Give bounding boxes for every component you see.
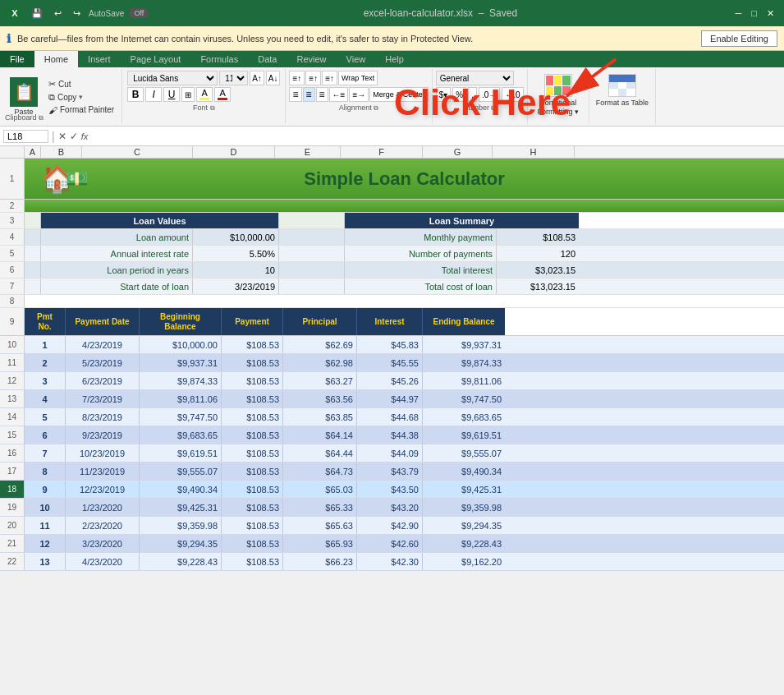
cell-22-payment[interactable]: $108.53 — [222, 553, 283, 570]
cell-14-payment[interactable]: $108.53 — [222, 408, 283, 426]
tab-view[interactable]: View — [337, 51, 376, 67]
underline-button[interactable]: U — [163, 87, 180, 102]
cell-12-principal[interactable]: $63.27 — [283, 372, 357, 389]
cell-21-pmtno[interactable]: 12 — [25, 535, 66, 552]
fill-color-button[interactable]: A — [196, 87, 213, 102]
percent-button[interactable]: % — [452, 87, 466, 102]
col-header-B[interactable]: B — [41, 146, 82, 158]
cancel-formula-icon[interactable]: ✕ — [58, 131, 66, 142]
align-top-right-button[interactable]: ≡↑ — [322, 71, 337, 85]
cell-14-date[interactable]: 8/23/2019 — [66, 408, 140, 426]
cell-21-payment[interactable]: $108.53 — [222, 535, 283, 552]
cell-20-endbal[interactable]: $9,294.35 — [423, 517, 505, 534]
decrease-font-button[interactable]: A↓ — [266, 71, 281, 85]
cell-20-payment[interactable]: $108.53 — [222, 517, 283, 534]
cell-11-beginbal[interactable]: $9,937.31 — [140, 354, 222, 371]
paste-button[interactable]: 📋 Paste — [5, 76, 43, 117]
cell-17-beginbal[interactable]: $9,555.07 — [140, 463, 222, 480]
cell-21-principal[interactable]: $65.93 — [283, 535, 357, 552]
cell-18-date[interactable]: 12/23/2019 — [66, 481, 140, 498]
font-color-button[interactable]: A — [214, 87, 231, 102]
cell-21-date[interactable]: 3/23/2020 — [66, 535, 140, 552]
cell-22-beginbal[interactable]: $9,228.43 — [140, 553, 222, 570]
cell-11-payment[interactable]: $108.53 — [222, 354, 283, 371]
cell-13-payment[interactable]: $108.53 — [222, 390, 283, 407]
cell-19-payment[interactable]: $108.53 — [222, 499, 283, 516]
cell-15-interest[interactable]: $44.38 — [357, 426, 423, 444]
cell-10-beginbal[interactable]: $10,000.00 — [140, 336, 222, 353]
font-size-select[interactable]: 11 — [219, 71, 248, 85]
cell-13-endbal[interactable]: $9,747.50 — [423, 390, 505, 407]
cell-14-principal[interactable]: $63.85 — [283, 408, 357, 426]
number-format-select[interactable]: General Text Number Currency — [436, 71, 514, 85]
cell-17-pmtno[interactable]: 8 — [25, 463, 66, 480]
merge-center-button[interactable]: Merge & Center — [369, 87, 429, 102]
cell-12-interest[interactable]: $45.26 — [357, 372, 423, 389]
cell-17-endbal[interactable]: $9,490.34 — [423, 463, 505, 480]
align-top-center-button[interactable]: ≡↑ — [305, 71, 321, 85]
undo-qat-button[interactable]: ↩ — [51, 7, 65, 21]
cell-16-endbal[interactable]: $9,555.07 — [423, 444, 505, 462]
conditional-formatting-button[interactable] — [544, 74, 572, 97]
cell-18-pmtno[interactable]: 9 — [25, 481, 66, 498]
cell-14-endbal[interactable]: $9,683.65 — [423, 408, 505, 426]
formula-input[interactable] — [91, 131, 781, 141]
align-top-left-button[interactable]: ≡↑ — [289, 71, 305, 85]
col-header-E[interactable]: E — [275, 146, 341, 158]
cell-19-beginbal[interactable]: $9,425.31 — [140, 499, 222, 516]
cell-10-principal[interactable]: $62.69 — [283, 336, 357, 353]
cell-22-date[interactable]: 4/23/2020 — [66, 553, 140, 570]
cell-13-date[interactable]: 7/23/2019 — [66, 390, 140, 407]
cell-21-interest[interactable]: $42.60 — [357, 535, 423, 552]
cell-10-payment[interactable]: $108.53 — [222, 336, 283, 353]
cell-17-interest[interactable]: $43.79 — [357, 463, 423, 480]
cell-12-endbal[interactable]: $9,811.06 — [423, 372, 505, 389]
tab-data[interactable]: Data — [248, 51, 287, 67]
tab-home[interactable]: Home — [34, 51, 78, 67]
tab-insert[interactable]: Insert — [78, 51, 121, 67]
cell-11-pmtno[interactable]: 2 — [25, 354, 66, 371]
confirm-formula-icon[interactable]: ✓ — [70, 131, 78, 142]
col-header-C[interactable]: C — [82, 146, 193, 158]
cell-20-interest[interactable]: $42.90 — [357, 517, 423, 534]
cell-17-principal[interactable]: $64.73 — [283, 463, 357, 480]
cell-15-date[interactable]: 9/23/2019 — [66, 426, 140, 444]
cell-22-pmtno[interactable]: 13 — [25, 553, 66, 570]
cell-15-principal[interactable]: $64.14 — [283, 426, 357, 444]
cell-16-beginbal[interactable]: $9,619.51 — [140, 444, 222, 462]
cell-13-pmtno[interactable]: 4 — [25, 390, 66, 407]
cell-14-pmtno[interactable]: 5 — [25, 408, 66, 426]
cell-19-interest[interactable]: $43.20 — [357, 499, 423, 516]
cell-15-beginbal[interactable]: $9,683.65 — [140, 426, 222, 444]
cell-11-endbal[interactable]: $9,874.33 — [423, 354, 505, 371]
cell-21-beginbal[interactable]: $9,294.35 — [140, 535, 222, 552]
save-qat-button[interactable]: 💾 — [28, 7, 46, 21]
cell-18-endbal[interactable]: $9,425.31 — [423, 481, 505, 498]
copy-button[interactable]: ⧉ Copy ▾ — [46, 91, 117, 104]
cell-10-date[interactable]: 4/23/2019 — [66, 336, 140, 353]
cell-12-payment[interactable]: $108.53 — [222, 372, 283, 389]
minimize-button[interactable]: ─ — [732, 7, 745, 21]
cell-15-endbal[interactable]: $9,619.51 — [423, 426, 505, 444]
cell-15-pmtno[interactable]: 6 — [25, 426, 66, 444]
tab-help[interactable]: Help — [375, 51, 414, 67]
cell-14-interest[interactable]: $44.68 — [357, 408, 423, 426]
align-center-button[interactable]: ≡ — [303, 87, 315, 102]
cell-14-beginbal[interactable]: $9,747.50 — [140, 408, 222, 426]
cell-19-endbal[interactable]: $9,359.98 — [423, 499, 505, 516]
bold-button[interactable]: B — [127, 87, 144, 102]
cell-16-payment[interactable]: $108.53 — [222, 444, 283, 462]
comma-button[interactable]: , — [468, 87, 477, 102]
italic-button[interactable]: I — [145, 87, 162, 102]
cell-20-beginbal[interactable]: $9,359.98 — [140, 517, 222, 534]
cell-11-principal[interactable]: $62.98 — [283, 354, 357, 371]
cell-16-pmtno[interactable]: 7 — [25, 444, 66, 462]
name-box[interactable] — [3, 130, 48, 143]
wrap-text-button[interactable]: Wrap Text — [338, 71, 378, 85]
cell-22-endbal[interactable]: $9,162.20 — [423, 553, 505, 570]
cell-20-principal[interactable]: $65.63 — [283, 517, 357, 534]
cell-21-endbal[interactable]: $9,228.43 — [423, 535, 505, 552]
cell-11-interest[interactable]: $45.55 — [357, 354, 423, 371]
align-left-button[interactable]: ≡ — [289, 87, 301, 102]
cut-button[interactable]: ✂ Cut — [46, 78, 117, 90]
